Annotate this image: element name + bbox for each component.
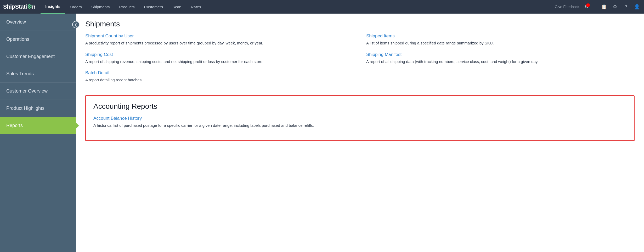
top-navigation: ShipStati⚙n Insights Orders Shipments Pr… [0,0,644,14]
sidebar-item-customer-engagement[interactable]: Customer Engagement [0,48,76,65]
report-item-shipped-items: Shipped Items A list of items shipped du… [366,33,635,46]
shipments-section: Shipments Shipment Count by User A produ… [85,20,635,89]
shipments-section-title: Shipments [85,20,635,28]
sidebar-item-overview[interactable]: Overview [0,14,76,31]
sidebar-item-operations[interactable]: Operations [0,31,76,48]
sidebar-item-product-highlights[interactable]: Product Highlights [0,100,76,117]
batch-detail-link[interactable]: Batch Detail [85,70,354,76]
shipments-right-col: Shipped Items A list of items shipped du… [366,33,635,89]
gear-icon[interactable]: ⚙ [611,3,619,11]
shipped-items-desc: A list of items shipped during a specifi… [366,40,635,46]
account-balance-desc: A historical list of purchased postage f… [93,123,626,129]
shipment-count-link[interactable]: Shipment Count by User [85,33,354,39]
sidebar-item-reports[interactable]: Reports [0,117,76,134]
shipment-count-desc: A productivity report of shipments proce… [85,40,354,46]
nav-divider [595,3,595,11]
nav-orders[interactable]: Orders [65,0,87,14]
shipping-cost-desc: A report of shipping revenue, shipping c… [85,59,354,65]
nav-right-controls: Give Feedback ↻ 1 📋 ⚙ ? 👤 [555,3,641,11]
report-item-account-balance: Account Balance History A historical lis… [93,116,626,129]
clipboard-icon[interactable]: 📋 [600,3,608,11]
shipping-cost-link[interactable]: Shipping Cost [85,52,354,57]
give-feedback-button[interactable]: Give Feedback [555,5,579,9]
sidebar-item-customer-overview[interactable]: Customer Overview [0,83,76,100]
shipments-left-col: Shipment Count by User A productivity re… [85,33,354,89]
help-icon[interactable]: ? [622,3,630,11]
user-icon[interactable]: 👤 [633,3,641,11]
nav-insights[interactable]: Insights [41,0,65,14]
notification-badge: 1 [586,3,590,7]
batch-detail-desc: A report detailing recent batches. [85,77,354,83]
shipments-reports-grid: Shipment Count by User A productivity re… [85,33,635,89]
accounting-section: Accounting Reports Account Balance Histo… [85,95,635,141]
account-balance-link[interactable]: Account Balance History [93,116,626,121]
report-item-batch-detail: Batch Detail A report detailing recent b… [85,70,354,83]
nav-links: Insights Orders Shipments Products Custo… [41,0,555,14]
logo-highlight: ⚙ [27,3,32,10]
sidebar: ❮ Overview Operations Customer Engagemen… [0,14,76,252]
report-item-shipment-count: Shipment Count by User A productivity re… [85,33,354,46]
shipped-items-link[interactable]: Shipped Items [366,33,635,39]
refresh-icon[interactable]: ↻ 1 [583,3,590,11]
nav-rates[interactable]: Rates [186,0,206,14]
nav-shipments[interactable]: Shipments [87,0,115,14]
main-content: Shipments Shipment Count by User A produ… [76,14,644,252]
sidebar-collapse-button[interactable]: ❮ [72,21,80,28]
shipping-manifest-link[interactable]: Shipping Manifest [366,52,635,57]
report-item-shipping-cost: Shipping Cost A report of shipping reven… [85,52,354,65]
nav-customers[interactable]: Customers [139,0,168,14]
shipping-manifest-desc: A report of all shipping data (with trac… [366,59,635,65]
nav-products[interactable]: Products [115,0,139,14]
nav-scan[interactable]: Scan [168,0,186,14]
logo: ShipStati⚙n [3,3,35,10]
sidebar-item-sales-trends[interactable]: Sales Trends [0,65,76,83]
main-layout: ❮ Overview Operations Customer Engagemen… [0,14,644,252]
accounting-section-title: Accounting Reports [93,102,626,111]
report-item-shipping-manifest: Shipping Manifest A report of all shippi… [366,52,635,65]
